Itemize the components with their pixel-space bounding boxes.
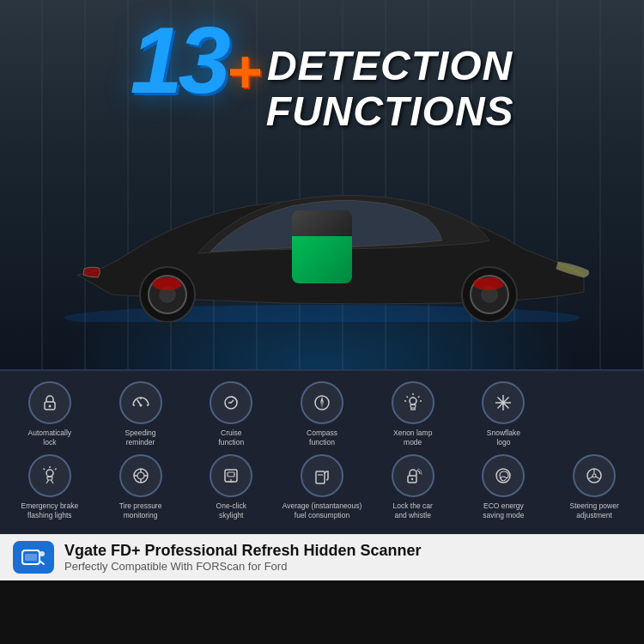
svg-line-37 — [51, 480, 53, 483]
cruise-icon — [210, 381, 252, 424]
auto-lock-label: Automaticallylock — [28, 428, 72, 447]
snowflake-icon — [482, 381, 525, 424]
feature-speeding: Speedingreminder — [98, 381, 184, 447]
steering-icon — [573, 454, 616, 497]
feature-lock-whistle: Lock the carand whistle — [370, 454, 456, 520]
fuel-label: Average (instantaneous)fuel consumption — [283, 501, 361, 520]
title-number: 13 — [130, 7, 226, 112]
obd-bottom — [292, 236, 352, 283]
features-grid-row2: Emergency brakeflashing lights Tire pres… — [7, 454, 637, 520]
feature-skylight: One-clickskylight — [188, 454, 274, 520]
bottom-text-block: Vgate FD+ Professional Refresh Hidden Sc… — [64, 542, 631, 573]
feature-emergency: Emergency brakeflashing lights — [7, 454, 93, 520]
scanner-icon-box — [13, 541, 54, 574]
emergency-label: Emergency brakeflashing lights — [21, 501, 79, 520]
eco-label: ECO energysaving mode — [483, 501, 524, 520]
xenon-icon — [392, 381, 434, 424]
feature-fuel: Average (instantaneous)fuel consumption — [279, 454, 365, 520]
features-section: Automaticallylock Speedingreminder — [0, 369, 644, 534]
svg-line-21 — [406, 397, 408, 398]
feature-compass: Compassfunction — [279, 381, 365, 447]
main-container: 13+DETECTIONFUNCTIONS — [0, 0, 644, 644]
title-line1: DETECTION — [266, 44, 514, 89]
title-plus: + — [227, 39, 262, 106]
skylight-label: One-clickskylight — [216, 501, 246, 520]
feature-snowflake: Snowflakelogo — [461, 381, 547, 447]
tire-icon — [119, 454, 162, 497]
svg-rect-59 — [25, 554, 37, 561]
svg-line-35 — [43, 469, 45, 471]
feature-xenon: Xenon lampmode — [370, 381, 456, 447]
svg-line-20 — [418, 397, 420, 398]
svg-line-57 — [596, 477, 601, 479]
svg-point-31 — [501, 401, 505, 404]
lock-whistle-label: Lock the carand whistle — [393, 501, 433, 520]
svg-point-54 — [592, 474, 596, 477]
feature-tire: Tire pressuremonitoring — [98, 454, 184, 520]
tire-label: Tire pressuremonitoring — [119, 501, 162, 520]
xenon-label: Xenon lampmode — [393, 428, 432, 447]
hero-section: 13+DETECTIONFUNCTIONS — [0, 0, 644, 369]
skylight-icon — [210, 454, 252, 497]
svg-line-36 — [46, 480, 49, 483]
steering-label: Steering poweradjustment — [570, 501, 619, 520]
lock-whistle-icon — [392, 454, 434, 497]
svg-line-34 — [55, 469, 57, 471]
svg-point-32 — [46, 470, 53, 477]
obd-device — [292, 210, 352, 283]
svg-point-60 — [39, 551, 45, 556]
speeding-icon — [119, 381, 162, 424]
fuel-icon — [301, 454, 343, 497]
svg-point-17 — [320, 402, 323, 404]
auto-lock-icon — [28, 381, 71, 424]
feature-empty — [551, 381, 637, 447]
emergency-icon — [28, 454, 71, 497]
svg-point-39 — [137, 472, 144, 479]
product-subtitle: Perfectly Compatible With FORScan for Fo… — [64, 560, 631, 573]
compass-icon — [301, 381, 343, 424]
eco-icon — [482, 454, 525, 497]
title-text-block: DETECTIONFUNCTIONS — [266, 44, 514, 135]
svg-point-51 — [411, 478, 413, 480]
svg-rect-45 — [228, 472, 234, 477]
feature-eco: ECO energysaving mode — [461, 454, 547, 520]
compass-label: Compassfunction — [307, 428, 337, 447]
svg-point-18 — [410, 398, 416, 404]
svg-line-56 — [588, 477, 593, 479]
svg-point-9 — [139, 404, 142, 407]
product-name: Vgate FD+ Professional Refresh Hidden Sc… — [64, 542, 631, 560]
svg-rect-48 — [316, 471, 325, 483]
obd-top — [292, 210, 352, 236]
speeding-label: Speedingreminder — [125, 428, 156, 447]
feature-cruise: Cruisefunction — [188, 381, 274, 447]
svg-point-8 — [48, 405, 51, 408]
feature-auto-lock: Automaticallylock — [7, 381, 93, 447]
title-section: 13+DETECTIONFUNCTIONS — [130, 13, 513, 135]
features-grid-row1: Automaticallylock Speedingreminder — [7, 381, 637, 447]
snowflake-label: Snowflakelogo — [487, 428, 520, 447]
cruise-label: Cruisefunction — [218, 428, 244, 447]
feature-steering: Steering poweradjustment — [551, 454, 637, 520]
title-line2: FUNCTIONS — [266, 89, 514, 135]
bottom-bar: Vgate FD+ Professional Refresh Hidden Sc… — [0, 534, 644, 580]
